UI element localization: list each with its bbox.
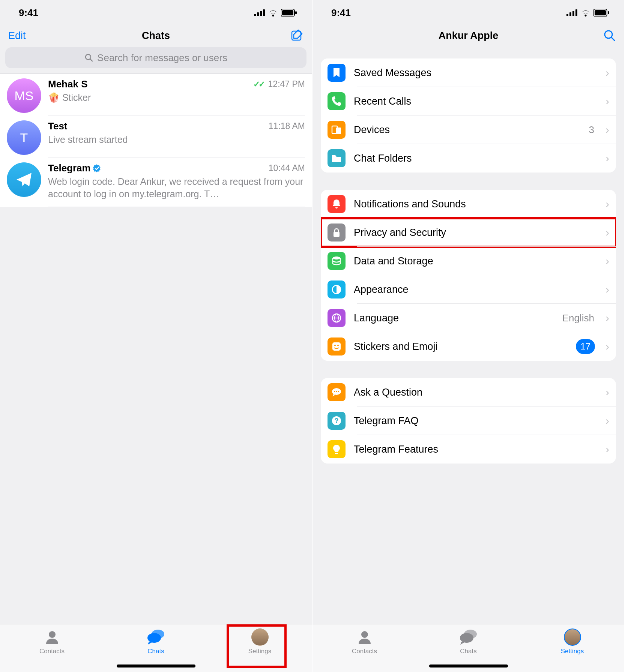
edit-button[interactable]: Edit (8, 30, 26, 42)
row-badge: 17 (576, 339, 595, 354)
row-label: Stickers and Emoji (354, 341, 568, 352)
row-label: Appearance (354, 284, 597, 296)
chevron-right-icon: › (605, 152, 609, 165)
status-indicators (566, 9, 609, 16)
chats-icon (460, 628, 478, 646)
tab-label: Settings (561, 648, 584, 655)
verified-icon (93, 164, 101, 172)
tab-chats[interactable]: Chats (128, 628, 184, 655)
row-label: Recent Calls (354, 96, 597, 107)
svg-rect-0 (254, 14, 256, 16)
search-button[interactable] (603, 29, 616, 42)
svg-point-37 (338, 391, 339, 392)
highlight-settings-tab (227, 624, 287, 668)
chats-icon (147, 628, 165, 646)
chat-msg: Live stream started (48, 134, 305, 146)
chat-msg: 🍿 Sticker (48, 92, 305, 104)
settings-row-recent-calls[interactable]: Recent Calls› (321, 87, 616, 116)
nav-bar: Ankur Apple (312, 26, 624, 47)
tab-settings[interactable]: Settings (544, 628, 601, 655)
settings-row-language[interactable]: LanguageEnglish› (321, 304, 616, 332)
tab-chats[interactable]: Chats (440, 628, 497, 655)
status-bar: 9:41 (312, 0, 624, 26)
battery-icon (281, 9, 297, 16)
row-value: English (562, 312, 594, 324)
row-label: Data and Storage (354, 255, 597, 267)
wifi-icon (268, 9, 278, 16)
compose-button[interactable] (291, 29, 303, 42)
chat-name: Test (48, 120, 68, 132)
settings-row-saved-messages[interactable]: Saved Messages› (321, 58, 616, 87)
row-label: Saved Messages (354, 67, 597, 79)
svg-point-36 (336, 391, 337, 392)
empty-space (0, 207, 312, 624)
read-checks-icon: ✓✓ (253, 80, 264, 89)
chat-row[interactable]: Telegram 10:44 AMWeb login code. Dear An… (0, 158, 312, 207)
settings-row-data-and-storage[interactable]: Data and Storage› (321, 247, 616, 275)
tab-contacts[interactable]: Contacts (24, 628, 80, 655)
contrast-icon (328, 280, 346, 298)
status-bar: 9:41 (0, 0, 312, 26)
tab-label: Contacts (352, 648, 377, 655)
chat-time: 10:44 AM (269, 163, 305, 173)
chat-time: 11:18 AM (269, 121, 305, 131)
chat-row[interactable]: TTest11:18 AMLive stream started (0, 116, 312, 158)
svg-rect-24 (336, 128, 341, 134)
home-indicator[interactable] (117, 664, 195, 668)
svg-rect-15 (569, 12, 571, 16)
globe-icon (328, 309, 346, 327)
chat-row[interactable]: MSMehak S✓✓12:47 PM🍿 Sticker (0, 74, 312, 116)
svg-rect-17 (575, 9, 577, 16)
tab-bar: Contacts Chats Settings (312, 624, 624, 672)
settings-row-privacy-and-security[interactable]: Privacy and Security› (321, 218, 616, 247)
settings-row-telegram-faq[interactable]: ?Telegram FAQ› (321, 406, 616, 435)
svg-rect-31 (332, 342, 341, 351)
spacer (312, 47, 624, 58)
svg-rect-3 (263, 9, 265, 16)
chevron-right-icon: › (605, 386, 609, 399)
settings-avatar-icon (563, 628, 581, 646)
settings-screen: 9:41 Ankur Apple Saved Messages›Recent C… (312, 0, 625, 672)
chats-screen: 9:41 Edit Chats Search for messages or u… (0, 0, 312, 672)
svg-rect-5 (282, 10, 293, 15)
settings-row-chat-folders[interactable]: Chat Folders› (321, 144, 616, 172)
page-title: Chats (0, 30, 312, 42)
status-indicators (254, 9, 297, 16)
settings-group: Saved Messages›Recent Calls›Devices3›Cha… (321, 58, 616, 172)
svg-point-35 (334, 391, 335, 392)
settings-row-notifications-and-sounds[interactable]: Notifications and Sounds› (321, 190, 616, 218)
chevron-right-icon: › (605, 226, 609, 239)
svg-rect-19 (595, 10, 606, 15)
settings-group: Notifications and Sounds›Privacy and Sec… (321, 190, 616, 361)
svg-rect-20 (608, 11, 609, 14)
avatar (564, 628, 581, 646)
tab-settings[interactable]: Settings (232, 628, 288, 655)
svg-rect-1 (257, 12, 259, 16)
avatar: T (7, 120, 41, 155)
chat-body: Telegram 10:44 AMWeb login code. Dear An… (48, 162, 305, 207)
tab-contacts[interactable]: Contacts (337, 628, 393, 655)
sticker-icon (328, 338, 346, 356)
chat-msg: Web login code. Dear Ankur, we received … (48, 176, 305, 200)
svg-line-9 (90, 59, 92, 61)
bookmark-icon (328, 64, 346, 82)
row-label: Ask a Question (354, 387, 597, 398)
settings-row-stickers-and-emoji[interactable]: Stickers and Emoji17› (321, 332, 616, 361)
chat-body: Mehak S✓✓12:47 PM🍿 Sticker (48, 78, 305, 116)
status-time: 9:41 (19, 7, 38, 19)
settings-list[interactable]: Saved Messages›Recent Calls›Devices3›Cha… (312, 58, 624, 624)
settings-row-devices[interactable]: Devices3› (321, 116, 616, 144)
chat-list: MSMehak S✓✓12:47 PM🍿 StickerTTest11:18 A… (0, 74, 312, 207)
settings-row-appearance[interactable]: Appearance› (321, 275, 616, 304)
compose-icon (291, 29, 303, 42)
row-label: Notifications and Sounds (354, 198, 597, 210)
tab-label: Contacts (39, 648, 65, 655)
chevron-right-icon: › (605, 95, 609, 108)
row-label: Telegram FAQ (354, 415, 597, 427)
question-icon: ? (328, 412, 346, 430)
settings-row-ask-a-question[interactable]: Ask a Question› (321, 378, 616, 406)
search-input[interactable]: Search for messages or users (5, 47, 306, 68)
settings-row-telegram-features[interactable]: Telegram Features› (321, 435, 616, 464)
home-indicator[interactable] (429, 664, 508, 668)
chat-time: ✓✓12:47 PM (253, 79, 305, 89)
